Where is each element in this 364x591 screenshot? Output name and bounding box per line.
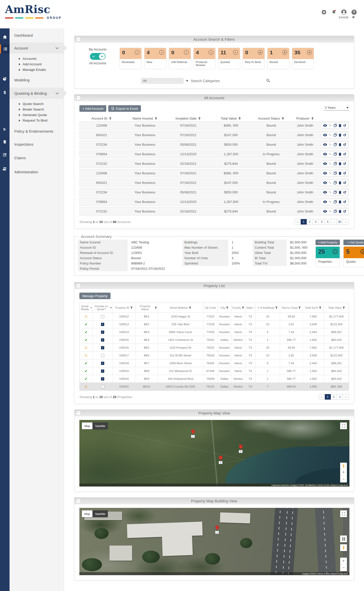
page-3[interactable]: 3 (337, 394, 343, 400)
filter-icon[interactable] (275, 307, 278, 309)
history-icon[interactable]: ↺ (343, 124, 346, 127)
table-row[interactable]: ⚠ 100012BK12343 Happy St77022HoustonHarr… (80, 312, 349, 320)
delete-trash-icon[interactable] (339, 191, 341, 194)
page-5[interactable]: 5 (325, 219, 331, 225)
view-eye-icon[interactable] (323, 134, 327, 136)
view-eye-icon[interactable] (323, 210, 327, 213)
fullscreen-icon[interactable] (340, 422, 347, 429)
page-prev[interactable]: ‹ (295, 219, 301, 225)
sidebar-item-claims[interactable]: Claims (10, 154, 64, 162)
view-eye-icon[interactable] (323, 181, 327, 184)
delete-trash-icon[interactable] (339, 124, 341, 127)
sidebar-item-quoteing-binding[interactable]: Quoteing & Binding (10, 88, 64, 99)
sort-icon[interactable] (155, 117, 157, 120)
search-icon[interactable] (266, 79, 270, 83)
sidebar-item-binder-search[interactable]: Binder Search (10, 107, 64, 112)
view-eye-icon[interactable] (323, 200, 327, 203)
collapse-icon[interactable]: − (76, 37, 81, 41)
sidebar-item-quote-search[interactable]: Quote Search (10, 101, 64, 107)
column-total-value[interactable]: Total Value (324, 303, 349, 312)
table-row[interactable]: ✔ ✓ 100018BK71009 Moro Street76492Housto… (80, 359, 349, 367)
stat-card-bound[interactable]: 1$ Bound (267, 48, 289, 69)
column-producer[interactable]: Producer (290, 117, 319, 120)
map-marker[interactable]: 1 (188, 429, 198, 438)
collapse-icon[interactable]: − (76, 411, 81, 415)
table-row[interactable]: 123456Your Business07/16/2021$385, 000Bo… (79, 169, 349, 177)
include-checkbox[interactable]: ✓ (101, 369, 104, 373)
column-name-insured[interactable]: Name Insured (123, 117, 166, 120)
sidebar-item-dashboard[interactable]: Dashboard (10, 32, 64, 39)
history-icon[interactable]: ↺ (343, 133, 346, 137)
table-row[interactable]: 072232Your Business02/18/2021$275,644Bou… (79, 207, 349, 216)
view-eye-icon[interactable] (323, 153, 327, 155)
include-checkbox[interactable]: ✓ (101, 331, 104, 334)
map-marker[interactable]: 3 (216, 456, 226, 464)
collapse-icon[interactable]: − (76, 284, 81, 288)
column-account-status[interactable]: Account Status (251, 117, 290, 120)
collapse-icon[interactable]: − (76, 96, 81, 100)
pegman-icon[interactable] (340, 544, 347, 551)
map-marker[interactable]: 1 (212, 525, 222, 534)
map-pin-icon[interactable] (214, 525, 220, 530)
copy-icon[interactable] (334, 172, 337, 175)
edit-pencil-icon[interactable]: ✎ (329, 162, 332, 166)
delete-trash-icon[interactable] (339, 181, 341, 184)
sidebar-item-account[interactable]: Account (10, 42, 64, 53)
satellite-button[interactable]: Satellite (92, 422, 108, 429)
stat-card-new[interactable]: 4≡ New (144, 48, 166, 69)
sidebar-item-administration[interactable]: Administration (10, 169, 64, 176)
column-total-sq-ft[interactable]: Total Sq Ft (303, 303, 324, 312)
filter-icon[interactable] (90, 307, 92, 309)
settings-gear-icon[interactable] (321, 9, 327, 15)
table-row[interactable]: 123456Your Business07/16/2021$385, 000Bo… (79, 121, 349, 130)
sidebar-item-accounts[interactable]: Accounts (10, 56, 64, 62)
modeling-pie-icon[interactable] (0, 74, 10, 83)
page-3[interactable]: 3 (313, 219, 319, 225)
history-icon[interactable]: ↺ (343, 200, 346, 204)
inspections-document-icon[interactable] (0, 137, 10, 146)
stat-card-renewals[interactable]: 0∴ Renewals (120, 48, 142, 69)
column-zip-code[interactable]: Zip Code (203, 303, 218, 312)
table-row[interactable]: 072232Your Business02/18/2021$275,644Bou… (79, 159, 349, 168)
column-account-id[interactable]: Account ID (79, 117, 123, 120)
sidebar-item-policy-endorsements[interactable]: Policy & Endorsements (10, 128, 64, 135)
sidebar-item-manage-emails[interactable]: Manage Emails (10, 67, 64, 73)
table-row[interactable]: ✔ ✓ 100013BK2525 Yale Blvd77018HoustonHa… (80, 320, 349, 328)
filter-icon[interactable] (254, 307, 254, 309)
notifications-bell-icon[interactable] (331, 9, 337, 15)
sort-icon[interactable] (282, 117, 284, 120)
quoteing-dollar-icon[interactable]: $ (0, 88, 10, 97)
include-checkbox[interactable]: ✓ (101, 323, 104, 326)
filter-icon[interactable] (130, 307, 133, 309)
table-row[interactable]: 654321Your Business07/16/2021$147,000Bou… (79, 131, 349, 139)
properties-count-card[interactable]: 25+ Properties (316, 246, 340, 267)
page-4[interactable]: 4 (319, 219, 325, 225)
edit-pencil-icon[interactable]: ✎ (329, 200, 332, 204)
copy-icon[interactable] (334, 124, 337, 127)
administration-people-icon[interactable] (0, 164, 10, 173)
map-pin-icon[interactable] (190, 429, 195, 434)
toggle-knob[interactable] (99, 53, 105, 60)
tiles-grid-icon[interactable] (340, 535, 347, 542)
view-eye-icon[interactable] (323, 143, 327, 146)
zoom-out-button[interactable]: − (340, 564, 347, 571)
column-include-on-quote[interactable]: Incluide on Quote? (93, 303, 113, 312)
property-map[interactable]: 1 2 3 Map Satellite (79, 420, 349, 487)
zoom-out-button[interactable]: − (340, 476, 347, 482)
view-eye-icon[interactable] (323, 162, 327, 165)
edit-pencil-icon[interactable]: ✎ (329, 124, 332, 128)
edit-pencil-icon[interactable]: ✎ (329, 133, 332, 137)
history-icon[interactable]: ↺ (343, 191, 346, 194)
user-avatar-icon[interactable] (341, 9, 347, 15)
claims-edit-icon[interactable] (0, 150, 10, 159)
map-button[interactable]: Map (82, 510, 92, 517)
column-property-name[interactable]: Property Name (135, 303, 158, 312)
column-inception-date[interactable]: Inception Date (166, 117, 210, 120)
quotes-count-card[interactable]: 5$ Quotes (343, 246, 364, 267)
edit-pencil-icon[interactable]: ✎ (329, 190, 332, 194)
help-icon[interactable]: ? (351, 9, 357, 15)
view-eye-icon[interactable] (323, 124, 327, 127)
column-state[interactable]: State (245, 303, 255, 312)
history-icon[interactable]: ↺ (343, 152, 346, 156)
table-row[interactable]: 076654Your Business12/13/20201,287,500In… (79, 150, 349, 158)
